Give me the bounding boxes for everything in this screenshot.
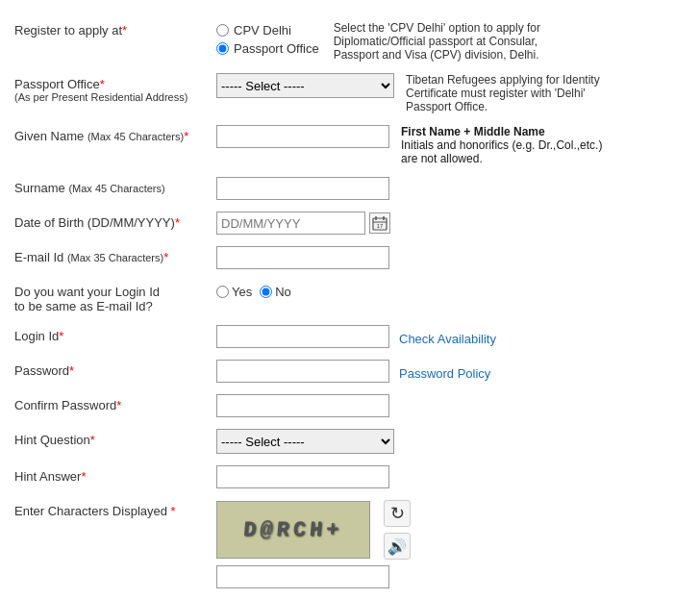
hint-question-select[interactable]: ----- Select ----- <box>216 429 394 454</box>
passport-office-select[interactable]: ----- Select ----- <box>216 73 394 98</box>
no-label: No <box>275 285 291 299</box>
passport-office-label: Passport Office* (As per Present Residen… <box>14 73 216 103</box>
password-policy-link[interactable]: Password Policy <box>399 362 490 381</box>
register-at-label: Register to apply at* <box>14 19 216 37</box>
no-radio[interactable] <box>260 286 272 298</box>
refresh-icon: ↻ <box>390 503 405 524</box>
given-name-label: Given Name (Max 45 Characters)* <box>14 125 216 143</box>
captcha-refresh-button[interactable]: ↻ <box>384 500 411 527</box>
svg-text:17: 17 <box>377 223 384 229</box>
hint-question-label: Hint Question* <box>14 429 216 447</box>
calendar-icon[interactable]: 17 <box>369 212 390 234</box>
login-id-label: Login Id* <box>14 325 216 343</box>
surname-input[interactable] <box>216 177 389 200</box>
passport-radio[interactable] <box>216 42 229 55</box>
password-input[interactable] <box>216 360 389 383</box>
email-input[interactable] <box>216 246 389 269</box>
surname-label: Surname (Max 45 Characters) <box>14 177 216 195</box>
dob-input[interactable] <box>216 212 365 235</box>
dob-label: Date of Birth (DD/MM/YYYY)* <box>14 212 216 230</box>
check-availability-link[interactable]: Check Availability <box>399 328 496 346</box>
passport-office-hint: Tibetan Refugees applying for Identity C… <box>406 73 627 113</box>
given-name-input[interactable] <box>216 125 389 148</box>
captcha-input[interactable] <box>216 565 389 588</box>
yes-radio-label[interactable]: Yes <box>216 285 252 299</box>
confirm-password-input[interactable] <box>216 394 389 417</box>
passport-radio-label[interactable]: Passport Office <box>216 41 319 56</box>
captcha-audio-button[interactable]: 🔊 <box>384 533 411 560</box>
cpv-label: CPV Delhi <box>234 23 291 37</box>
captcha-label: Enter Characters Displayed * <box>14 500 216 518</box>
no-radio-label[interactable]: No <box>260 285 291 299</box>
password-label: Password* <box>14 360 216 378</box>
cpv-radio-label[interactable]: CPV Delhi <box>216 23 319 37</box>
register-at-hint: Select the 'CPV Delhi' option to apply f… <box>334 19 574 62</box>
given-name-hint: First Name + Middle Name Initials and ho… <box>401 125 612 165</box>
confirm-password-label: Confirm Password* <box>14 394 216 412</box>
login-same-label: Do you want your Login Id to be same as … <box>14 281 216 313</box>
hint-answer-label: Hint Answer* <box>14 465 216 484</box>
captcha-image: D@RCH+ <box>216 501 370 559</box>
cpv-radio[interactable] <box>216 24 229 37</box>
yes-label: Yes <box>232 285 252 299</box>
hint-answer-input[interactable] <box>216 465 389 488</box>
passport-label: Passport Office <box>234 41 319 56</box>
audio-icon: 🔊 <box>388 537 407 556</box>
login-id-input[interactable] <box>216 325 389 348</box>
yes-radio[interactable] <box>216 286 229 298</box>
email-label: E-mail Id (Max 35 Characters)* <box>14 246 216 264</box>
